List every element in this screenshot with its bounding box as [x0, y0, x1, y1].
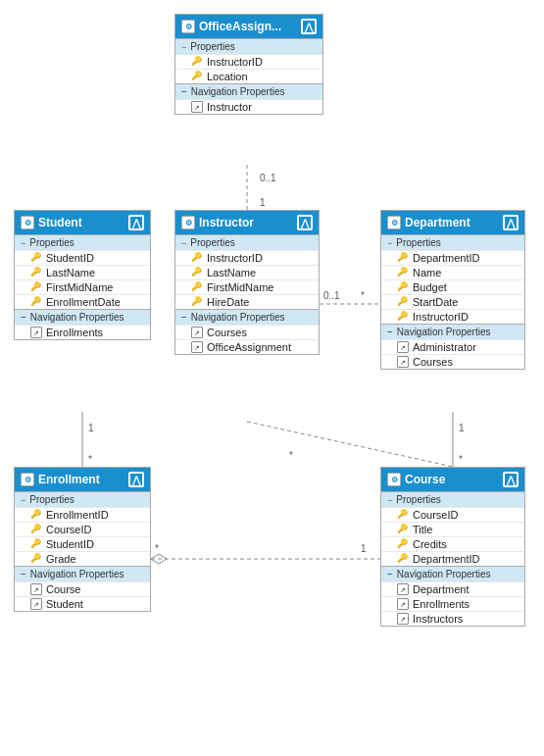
- entity-icon: ⚙: [181, 216, 195, 229]
- entity-icon: ⚙: [387, 473, 401, 486]
- nav-courses: ↗ Courses: [175, 325, 319, 339]
- field-firstmidname: 🔑 FirstMidName: [175, 279, 319, 294]
- field-lastname: 🔑 LastName: [175, 265, 319, 279]
- svg-text:*: *: [289, 450, 293, 461]
- expand-icon[interactable]: ⋀: [128, 472, 144, 487]
- expand-icon[interactable]: ⋀: [128, 215, 144, 230]
- entity-title: OfficeAssign...: [199, 20, 281, 33]
- field-name: 🔑 Name: [381, 265, 524, 279]
- nav-icon: ↗: [191, 101, 203, 113]
- nav-icon: ↗: [30, 598, 42, 610]
- key-icon: 🔑: [191, 281, 203, 293]
- nav-officeassignment: ↗ OfficeAssignment: [175, 339, 319, 354]
- entity-enrollment[interactable]: ⚙ Enrollment ⋀ − Properties 🔑 Enrollment…: [14, 467, 151, 612]
- key-icon: 🔑: [30, 509, 42, 521]
- nav-properties-header: − Navigation Properties: [15, 309, 150, 325]
- expand-icon[interactable]: ⋀: [297, 215, 313, 230]
- key-icon: 🔑: [191, 71, 203, 82]
- field-credits: 🔑 Credits: [381, 536, 524, 551]
- key-icon: 🔑: [30, 524, 42, 535]
- field-title: 🔑 Title: [381, 522, 524, 536]
- svg-text:1: 1: [88, 423, 94, 433]
- properties-header: − Properties: [381, 491, 524, 507]
- field-grade: 🔑 Grade: [15, 551, 150, 566]
- key-icon: 🔑: [397, 296, 409, 308]
- field-instructorid: 🔑 InstructorID: [175, 250, 319, 265]
- field-enrollmentid: 🔑 EnrollmentID: [15, 507, 150, 522]
- properties-header: − Properties: [175, 38, 322, 54]
- key-icon: 🔑: [191, 296, 203, 308]
- svg-text:*: *: [361, 290, 365, 301]
- svg-text:*: *: [459, 454, 463, 465]
- field-studentid: 🔑 StudentID: [15, 250, 150, 265]
- field-firstmidname: 🔑 FirstMidName: [15, 279, 150, 294]
- nav-enrollments: ↗ Enrollments: [15, 325, 150, 339]
- entity-course[interactable]: ⚙ Course ⋀ − Properties 🔑 CourseID 🔑 Tit…: [380, 467, 525, 627]
- properties-header: − Properties: [175, 234, 319, 250]
- svg-text:1: 1: [459, 423, 465, 433]
- key-icon: 🔑: [30, 296, 42, 308]
- nav-icon: ↗: [397, 341, 409, 353]
- nav-department: ↗ Department: [381, 581, 524, 596]
- svg-line-9: [247, 422, 453, 467]
- nav-icon: ↗: [397, 356, 409, 368]
- key-icon: 🔑: [397, 281, 409, 293]
- nav-icon: ↗: [191, 341, 203, 353]
- svg-text:1: 1: [260, 197, 266, 208]
- entity-officeassignment[interactable]: ⚙ OfficeAssign... ⋀ − Properties 🔑 Instr…: [174, 14, 323, 115]
- nav-properties-header: − Navigation Properties: [381, 324, 524, 339]
- field-instructorid: 🔑 InstructorID: [381, 309, 524, 324]
- entity-department[interactable]: ⚙ Department ⋀ − Properties 🔑 Department…: [380, 210, 525, 370]
- key-icon: 🔑: [397, 538, 409, 550]
- svg-text:*: *: [155, 543, 159, 554]
- entity-student[interactable]: ⚙ Student ⋀ − Properties 🔑 StudentID 🔑 L…: [14, 210, 151, 340]
- field-departmentid: 🔑 DepartmentID: [381, 551, 524, 566]
- field-enrollmentdate: 🔑 EnrollmentDate: [15, 294, 150, 309]
- svg-text:*: *: [88, 454, 92, 465]
- key-icon: 🔑: [191, 252, 203, 264]
- key-icon: 🔑: [30, 553, 42, 565]
- entity-icon: ⚙: [387, 216, 401, 229]
- nav-instructor: ↗ Instructor: [175, 99, 322, 114]
- entity-title: Department: [405, 216, 470, 229]
- nav-properties-header: − Navigation Properties: [381, 566, 524, 581]
- expand-icon[interactable]: ⋀: [503, 215, 519, 230]
- entity-instructor[interactable]: ⚙ Instructor ⋀ − Properties 🔑 Instructor…: [174, 210, 320, 355]
- entity-title: Enrollment: [38, 473, 100, 486]
- svg-marker-15: [151, 554, 167, 564]
- nav-properties-header: − Navigation Properties: [15, 566, 150, 581]
- nav-icon: ↗: [397, 583, 409, 595]
- nav-student: ↗ Student: [15, 596, 150, 611]
- field-departmentid: 🔑 DepartmentID: [381, 250, 524, 265]
- field-hiredate: 🔑 HireDate: [175, 294, 319, 309]
- key-icon: 🔑: [397, 252, 409, 264]
- entity-title: Instructor: [199, 216, 254, 229]
- key-icon: 🔑: [191, 56, 203, 68]
- entity-title: Student: [38, 216, 82, 229]
- nav-instructors: ↗ Instructors: [381, 611, 524, 626]
- diagram-container: 0..1 1 0..1 * 1 * * 1 * * 1 ⚙ OfficeAssi…: [0, 0, 544, 756]
- nav-icon: ↗: [30, 583, 42, 595]
- properties-header: − Properties: [15, 491, 150, 507]
- nav-icon: ↗: [191, 327, 203, 338]
- key-icon: 🔑: [397, 311, 409, 323]
- expand-icon[interactable]: ⋀: [503, 472, 519, 487]
- field-instructorid: 🔑 InstructorID: [175, 54, 322, 69]
- key-icon: 🔑: [30, 538, 42, 550]
- entity-title: Course: [405, 473, 445, 486]
- nav-icon: ↗: [30, 327, 42, 338]
- key-icon: 🔑: [30, 267, 42, 278]
- key-icon: 🔑: [397, 509, 409, 521]
- field-studentid: 🔑 StudentID: [15, 536, 150, 551]
- field-lastname: 🔑 LastName: [15, 265, 150, 279]
- svg-text:0..1: 0..1: [323, 290, 340, 301]
- field-courseid: 🔑 CourseID: [15, 522, 150, 536]
- field-startdate: 🔑 StartDate: [381, 294, 524, 309]
- field-budget: 🔑 Budget: [381, 279, 524, 294]
- field-location: 🔑 Location: [175, 69, 322, 83]
- svg-text:1: 1: [361, 543, 367, 554]
- expand-icon[interactable]: ⋀: [301, 19, 317, 34]
- field-courseid: 🔑 CourseID: [381, 507, 524, 522]
- key-icon: 🔑: [397, 267, 409, 278]
- nav-properties-header: − Navigation Properties: [175, 309, 319, 325]
